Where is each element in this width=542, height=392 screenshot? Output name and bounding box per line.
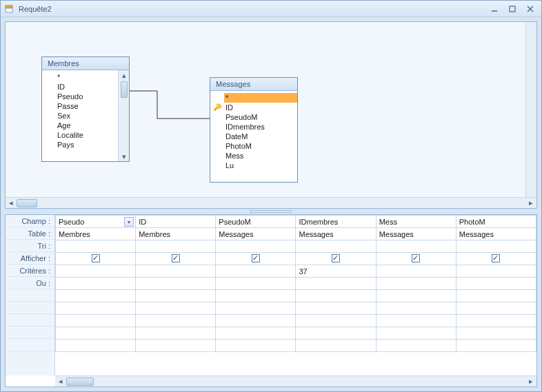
grid-cell[interactable] bbox=[296, 340, 376, 352]
grid-cell[interactable] bbox=[376, 327, 456, 340]
grid-cell[interactable] bbox=[296, 290, 376, 302]
scroll-left-icon[interactable]: ◂ bbox=[6, 198, 17, 209]
grid-cell[interactable] bbox=[376, 240, 456, 253]
grid-cell[interactable] bbox=[136, 265, 216, 278]
grid-cell[interactable]: Membres bbox=[136, 228, 216, 240]
show-checkbox[interactable] bbox=[252, 254, 260, 262]
grid-cell[interactable] bbox=[296, 240, 376, 253]
scroll-thumb[interactable] bbox=[121, 81, 128, 98]
scroll-thumb[interactable] bbox=[17, 199, 37, 207]
grid-cell[interactable] bbox=[216, 327, 296, 340]
field-item[interactable]: Sex bbox=[56, 111, 118, 121]
grid-cell[interactable]: PhotoM bbox=[456, 216, 536, 228]
field-item[interactable]: * bbox=[56, 72, 118, 82]
maximize-button[interactable] bbox=[504, 3, 521, 15]
scroll-right-icon[interactable]: ▸ bbox=[525, 198, 536, 209]
scroll-thumb[interactable] bbox=[66, 378, 94, 386]
grid-cell[interactable] bbox=[456, 327, 536, 340]
splitter[interactable] bbox=[5, 209, 537, 214]
grid-cell[interactable] bbox=[56, 315, 136, 327]
grid-cell[interactable] bbox=[136, 253, 216, 265]
grid-cell[interactable] bbox=[296, 315, 376, 327]
grid-cell[interactable] bbox=[376, 265, 456, 278]
field-item[interactable]: * bbox=[224, 93, 297, 103]
field-item[interactable]: 🔑 ID bbox=[224, 103, 297, 112]
grid-cell[interactable] bbox=[216, 253, 296, 265]
grid-cell[interactable] bbox=[456, 278, 536, 290]
grid-cell[interactable] bbox=[376, 302, 456, 315]
grid-cell[interactable] bbox=[136, 240, 216, 253]
show-checkbox[interactable] bbox=[332, 254, 340, 262]
grid-cell[interactable] bbox=[456, 290, 536, 302]
field-scrollbar[interactable]: ▴ ▾ bbox=[118, 70, 129, 161]
grid-cell[interactable] bbox=[216, 290, 296, 302]
grid-cell[interactable] bbox=[376, 278, 456, 290]
design-canvas[interactable]: Membres * ID Pseudo Passe Sex Age Locali… bbox=[6, 22, 525, 197]
design-horizontal-scrollbar[interactable]: ◂ ▸ bbox=[6, 197, 536, 208]
grid-cell[interactable] bbox=[136, 290, 216, 302]
field-item[interactable]: Localite bbox=[56, 130, 118, 140]
grid-cell[interactable] bbox=[296, 302, 376, 315]
grid-cell[interactable] bbox=[56, 265, 136, 278]
grid-cell[interactable] bbox=[56, 340, 136, 352]
minimize-button[interactable] bbox=[486, 3, 503, 15]
grid-cell[interactable] bbox=[376, 315, 456, 327]
scroll-track[interactable] bbox=[66, 376, 525, 387]
grid-cell[interactable] bbox=[216, 315, 296, 327]
field-item[interactable]: Mess bbox=[224, 151, 297, 161]
grid-cell[interactable] bbox=[216, 340, 296, 352]
grid-cell[interactable] bbox=[456, 340, 536, 352]
table-messages[interactable]: Messages * 🔑 ID PseudoM IDmembres DateM … bbox=[210, 77, 298, 183]
field-item[interactable]: DateM bbox=[224, 132, 297, 141]
grid-cell[interactable] bbox=[56, 327, 136, 340]
grid-cell[interactable] bbox=[456, 253, 536, 265]
design-vertical-scrollbar[interactable] bbox=[525, 22, 536, 197]
grid-cell[interactable]: IDmembres bbox=[296, 216, 376, 228]
grid-cell[interactable] bbox=[56, 290, 136, 302]
show-checkbox[interactable] bbox=[412, 254, 420, 262]
grid-cell[interactable] bbox=[56, 278, 136, 290]
grid-cell[interactable] bbox=[216, 278, 296, 290]
table-messages-fields[interactable]: * 🔑 ID PseudoM IDmembres DateM PhotoM Me… bbox=[210, 91, 297, 182]
close-button[interactable] bbox=[522, 3, 539, 15]
table-header[interactable]: Membres bbox=[42, 57, 129, 70]
table-membres-fields[interactable]: * ID Pseudo Passe Sex Age Localite Pays bbox=[42, 70, 118, 161]
show-checkbox[interactable] bbox=[172, 254, 180, 262]
field-item[interactable]: PseudoM bbox=[224, 112, 297, 122]
field-item[interactable]: IDmembres bbox=[224, 122, 297, 132]
grid-cell[interactable]: Mess bbox=[376, 216, 456, 228]
grid-cell[interactable] bbox=[136, 278, 216, 290]
table-header[interactable]: Messages bbox=[210, 78, 297, 91]
grid-cell[interactable]: Membres bbox=[56, 228, 136, 240]
grid-cell[interactable]: Messages bbox=[456, 228, 536, 240]
grid-cell[interactable] bbox=[216, 265, 296, 278]
grid-cell[interactable] bbox=[296, 327, 376, 340]
scroll-left-icon[interactable]: ◂ bbox=[55, 376, 66, 387]
grid-cell[interactable]: Messages bbox=[376, 228, 456, 240]
grid-cell[interactable]: Messages bbox=[296, 228, 376, 240]
scroll-down-icon[interactable]: ▾ bbox=[119, 152, 129, 161]
grid-cell[interactable]: 37 bbox=[296, 265, 376, 278]
grid-cell[interactable] bbox=[56, 302, 136, 315]
grid-cell[interactable] bbox=[136, 340, 216, 352]
dropdown-button[interactable]: ▾ bbox=[124, 217, 134, 227]
grid-cell[interactable]: Pseudo▾ bbox=[56, 216, 136, 228]
grid-cell[interactable] bbox=[456, 315, 536, 327]
grid-cell[interactable] bbox=[56, 240, 136, 253]
scroll-right-icon[interactable]: ▸ bbox=[525, 376, 536, 387]
grid-cell[interactable] bbox=[456, 302, 536, 315]
field-item[interactable]: Pays bbox=[56, 140, 118, 149]
grid-columns[interactable]: Pseudo▾IDPseudoMIDmembresMessPhotoMMembr… bbox=[55, 215, 536, 375]
field-item[interactable]: Pseudo bbox=[56, 92, 118, 101]
grid-horizontal-scrollbar[interactable]: ◂ ▸ bbox=[55, 375, 536, 386]
grid-cell[interactable]: PseudoM bbox=[216, 216, 296, 228]
grid-cell[interactable] bbox=[216, 302, 296, 315]
field-item[interactable]: PhotoM bbox=[224, 141, 297, 151]
show-checkbox[interactable] bbox=[92, 254, 100, 262]
field-item[interactable]: Passe bbox=[56, 101, 118, 111]
grid-cell[interactable] bbox=[456, 265, 536, 278]
grid-cell[interactable] bbox=[136, 315, 216, 327]
field-item[interactable]: ID bbox=[56, 82, 118, 92]
show-checkbox[interactable] bbox=[492, 254, 500, 262]
grid-cell[interactable]: ID bbox=[136, 216, 216, 228]
